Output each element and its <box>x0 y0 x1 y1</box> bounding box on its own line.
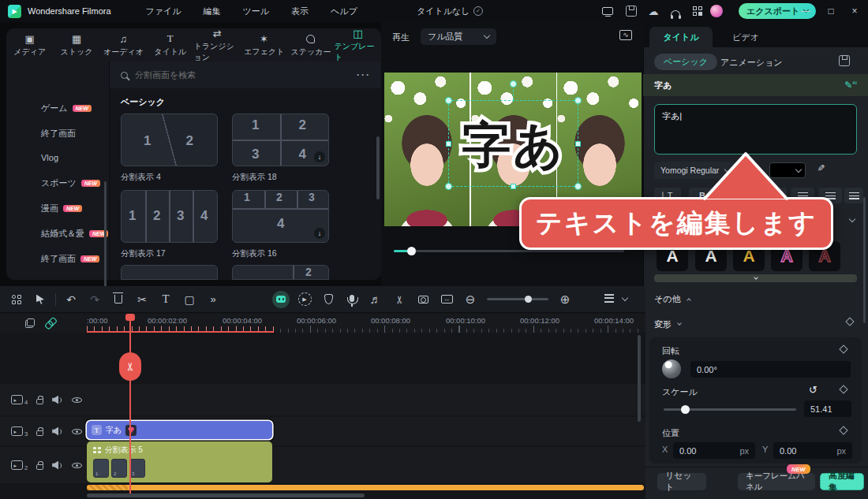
lock-icon[interactable] <box>36 464 43 470</box>
track-manager-icon[interactable] <box>597 288 621 311</box>
menu-tools[interactable]: ツール <box>232 6 281 17</box>
link-icon[interactable] <box>46 318 56 330</box>
text-selection-box[interactable] <box>448 100 578 187</box>
category-vlog[interactable]: Vlog <box>41 153 58 162</box>
handle-top-left[interactable] <box>445 97 452 104</box>
zoom-in-icon[interactable]: ⊕ <box>553 288 577 311</box>
splitscreen-clip[interactable]: 分割表示 5 1 2 3 <box>87 441 272 482</box>
redo-icon[interactable]: ↷ <box>83 288 107 311</box>
layout-picker-icon[interactable] <box>5 288 28 311</box>
template-tile-split4[interactable]: 1 2 <box>121 114 218 166</box>
handle-bottom-right[interactable] <box>574 183 582 190</box>
fit-timeline-icon[interactable]: ↔ <box>435 288 458 311</box>
track-manager-chevron[interactable] <box>622 295 628 301</box>
position-keyframe-icon[interactable] <box>839 426 847 434</box>
other-section-header[interactable]: その他 <box>654 293 690 305</box>
track-visibility-icon[interactable] <box>72 460 82 471</box>
reset-button[interactable]: リセット <box>657 473 706 490</box>
menu-edit[interactable]: 編集 <box>193 6 232 17</box>
search-input[interactable] <box>135 70 309 80</box>
ai-pen-icon[interactable]: ✎AI <box>844 80 857 91</box>
rotation-value-field[interactable]: 0.00° <box>690 361 851 378</box>
tab-templates[interactable]: ◫テンプレート <box>335 28 381 61</box>
tab-transitions[interactable]: ⇄トランジション <box>194 28 241 61</box>
handle-top-right[interactable] <box>574 97 582 104</box>
scale-reset-icon[interactable]: ↺ <box>809 384 817 396</box>
seek-knob[interactable] <box>407 247 416 255</box>
handle-mid-left[interactable] <box>446 141 451 147</box>
track-mute-icon[interactable] <box>52 461 63 470</box>
title-clip[interactable]: T 字あ <box>87 421 272 439</box>
tab-effects[interactable]: ✶エフェクト <box>241 28 287 61</box>
track-visibility-icon[interactable] <box>72 395 82 405</box>
playhead-handle[interactable] <box>125 314 135 321</box>
eyedropper-icon[interactable]: ✎ <box>815 164 826 172</box>
menu-file[interactable]: ファイル <box>135 6 193 17</box>
playhead-line[interactable] <box>129 314 131 493</box>
transform-section-header[interactable]: 変形 <box>654 318 681 330</box>
quality-dropdown[interactable]: フル品質 <box>421 28 496 45</box>
preview-snapshot-icon[interactable] <box>411 288 435 311</box>
timeline-zoom-slider[interactable] <box>487 298 548 300</box>
more-tools-icon[interactable]: » <box>201 288 225 311</box>
pos-x-field[interactable]: 0.00px <box>673 442 755 459</box>
sidebar-scrollbar[interactable] <box>104 181 107 288</box>
menu-view[interactable]: 表示 <box>280 6 320 17</box>
render-preview-toggle-icon[interactable]: ▶ <box>293 288 316 311</box>
save-preset-icon[interactable] <box>839 55 850 68</box>
rotate-handle[interactable] <box>510 80 517 88</box>
tab-stock[interactable]: ▦ストック <box>53 28 99 61</box>
tab-title[interactable]: タイトル <box>649 27 713 47</box>
playhead-scissors-badge[interactable]: ✂ <box>119 352 141 381</box>
seek-track[interactable] <box>394 250 624 252</box>
handle-mid-right[interactable] <box>575 141 581 147</box>
pos-y-field[interactable]: 0.00px <box>773 442 852 459</box>
track-lane-4[interactable] <box>0 384 645 415</box>
smart-scene-cut-icon[interactable]: ✂ <box>387 288 411 311</box>
audio-clip[interactable] <box>87 485 644 490</box>
template-tile-partial[interactable]: 2 <box>232 265 329 280</box>
expand-presets-bar[interactable] <box>654 274 857 282</box>
template-tile-split18[interactable]: 1 2 3 4 ↓ <box>232 114 329 166</box>
scale-value-field[interactable]: 51.41 <box>804 400 851 417</box>
align-justify-button[interactable] <box>844 188 863 203</box>
copy-icon[interactable] <box>25 318 35 330</box>
save-project-icon[interactable] <box>621 0 642 22</box>
split-scissors-icon[interactable]: ✂ <box>130 288 154 311</box>
rotation-keyframe-icon[interactable] <box>839 344 847 353</box>
template-tile-split17[interactable]: 1 2 3 4 <box>121 190 218 243</box>
select-cursor-icon[interactable] <box>28 288 52 311</box>
lock-icon[interactable] <box>36 399 43 404</box>
text-input[interactable]: 字あ <box>654 104 857 155</box>
category-manga[interactable]: 漫画NEW <box>41 203 82 214</box>
undo-icon[interactable]: ↶ <box>59 288 83 311</box>
tab-stickers[interactable]: ステッカー <box>287 28 334 61</box>
timeline-vscrollbar[interactable] <box>638 335 641 422</box>
lock-icon[interactable] <box>36 430 43 436</box>
template-tile-partial[interactable] <box>121 265 218 280</box>
workspace-icon[interactable] <box>597 0 618 22</box>
track-mute-icon[interactable] <box>52 396 63 404</box>
timeline-ruler[interactable]: 00:00:00 00:00:02:00 00:00:04:00 00:00:0… <box>0 314 645 333</box>
handle-mid-bottom[interactable] <box>511 184 516 189</box>
tab-titles[interactable]: Tタイトル <box>147 28 193 61</box>
category-end-screen-2[interactable]: 終了画面NEW <box>41 253 99 265</box>
subtab-animation[interactable]: アニメーション <box>720 57 783 69</box>
handle-bottom-left[interactable] <box>445 183 452 190</box>
category-end-screen[interactable]: 終了画面 <box>41 128 76 140</box>
template-tile-split16[interactable]: 1 2 3 4 ↓ <box>232 190 329 243</box>
more-options-icon[interactable]: ··· <box>357 69 371 80</box>
timeline-hscrollbar[interactable] <box>87 493 365 497</box>
crop-icon[interactable]: ▢ <box>178 288 201 311</box>
audio-mixer-icon[interactable]: ♬ <box>364 288 387 311</box>
tab-video[interactable]: ビデオ <box>722 27 769 47</box>
category-wedding[interactable]: 結婚式＆愛NEW <box>41 228 108 240</box>
category-game[interactable]: ゲームNEW <box>41 102 92 114</box>
shield-icon[interactable] <box>316 288 340 311</box>
scale-slider-knob[interactable] <box>681 405 690 414</box>
track-visibility-icon[interactable] <box>72 426 82 437</box>
ai-assistant-icon[interactable] <box>269 288 293 311</box>
category-sports[interactable]: スポーツNEW <box>41 177 100 189</box>
subtab-basic[interactable]: ベーシック <box>654 54 717 70</box>
rotation-dial[interactable] <box>662 359 681 378</box>
